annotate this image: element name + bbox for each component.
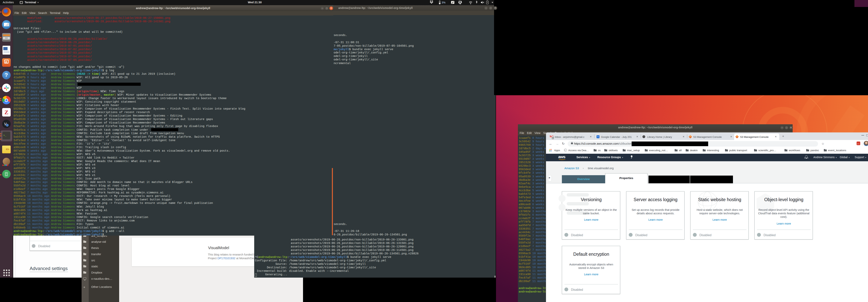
svg-text:3%: 3% (441, 1, 445, 4)
